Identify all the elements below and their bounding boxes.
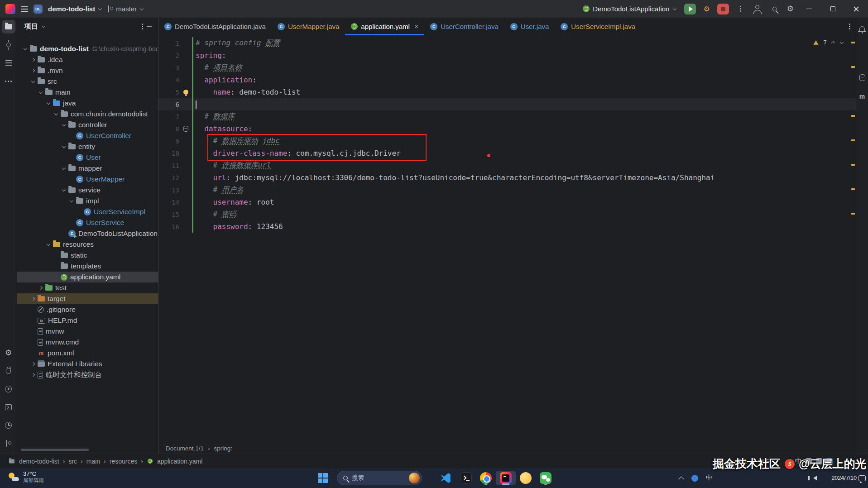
notifications-button[interactable] [855,22,868,35]
line-ending-widget[interactable]: LF [762,458,769,465]
code-line[interactable]: 14 username: root [158,196,856,208]
warning-mark[interactable] [851,42,855,43]
notification-center-button[interactable] [858,468,867,488]
close-button[interactable] [848,0,864,18]
tray-volume-button[interactable] [810,468,820,488]
document-indicator[interactable]: Document 1/1 [166,445,204,452]
stop-button[interactable] [717,4,729,14]
branch-selector[interactable]: master [108,5,144,13]
settings-stripe-button[interactable] [2,346,15,359]
tree-item-idea[interactable]: .idea [17,54,158,65]
tray-clock[interactable]: 2024/7/10 [825,468,857,488]
tab-application-yaml[interactable]: application.yaml× [345,18,424,35]
version-control-tool-window-button[interactable] [2,436,15,450]
start-button[interactable] [318,473,322,478]
tree-item-mvnw[interactable]: mvnw [17,326,158,337]
tree-item-user[interactable]: User [17,152,158,163]
maven-tool-window-button[interactable]: m [855,90,868,103]
chevron-down-icon[interactable] [45,101,52,105]
tree-item-usercontroller[interactable]: UserController [17,130,158,141]
chevron-down-icon[interactable] [60,166,67,171]
debug-tool-window-button[interactable] [2,364,15,378]
maximize-button[interactable] [825,0,841,18]
close-tab-icon[interactable]: × [414,23,418,30]
services-tool-window-button[interactable] [2,382,15,396]
tree-item-resources[interactable]: resources [17,239,158,250]
tree-item-controller[interactable]: controller [17,120,158,130]
chevron-down-icon[interactable] [60,188,67,192]
tray-expand-button[interactable] [676,468,686,488]
tab-usermapper[interactable]: UserMapper.java [272,18,345,35]
tree-item-impl[interactable]: impl [17,196,158,206]
settings-button[interactable] [787,5,794,13]
code-line[interactable]: 5 name: demo-todo-list [158,86,856,98]
code-line[interactable]: 12 url: jdbc:mysql://localhost:3306/demo… [158,172,856,184]
warning-mark[interactable] [851,115,855,117]
caret-position-widget[interactable]: 6:1 [738,458,747,465]
tree-item-service[interactable]: service [17,185,158,196]
warning-mark[interactable] [851,66,855,68]
code-line-current[interactable]: 6 [158,98,856,110]
code-line[interactable]: 2spring: [158,49,856,62]
ime-tool-icon[interactable] [826,458,833,464]
chevron-down-icon[interactable] [45,242,52,247]
next-warning-icon[interactable] [839,40,844,45]
search-everywhere-button[interactable] [770,7,780,11]
chevron-down-icon[interactable] [41,24,46,29]
code-line[interactable]: 7 # 数据库 [158,110,856,123]
hide-panel-button[interactable] [146,26,153,27]
intention-bulb-icon[interactable] [183,90,188,95]
chevron-right-icon[interactable] [29,57,37,62]
chevron-right-icon[interactable] [29,373,37,377]
warning-mark[interactable] [851,164,855,166]
tab-options-button[interactable] [849,26,850,27]
ime-tool-icon[interactable] [806,458,812,464]
tree-item-project-root[interactable]: demo-todo-listG:\chuxin-cs\spring-boot- [17,43,158,54]
debug-settings-icon[interactable] [703,5,710,13]
chevron-down-icon[interactable] [60,144,67,149]
tree-item-scratches[interactable]: 临时文件和控制台 [17,369,158,380]
more-tool-windows-button[interactable] [2,74,15,88]
breadcrumb-node[interactable]: spring: [214,445,233,452]
sogou-input-toolbar[interactable]: 中 [795,457,833,465]
tree-item-mapper[interactable]: mapper [17,163,158,174]
horizontal-scrollbar[interactable] [21,449,89,451]
code-editor[interactable]: 1# spring config 配置 2spring: 3 # 项目名称 4 … [158,35,856,443]
ime-language-indicator[interactable]: 中 [795,457,801,465]
code-line[interactable]: 13 # 用户名 [158,184,856,196]
tree-item-main[interactable]: main [17,87,158,98]
code-line[interactable]: 16 password: 123456 [158,220,856,233]
tray-blue-app-icon[interactable] [690,468,699,488]
taskbar-app-yellow[interactable] [516,471,536,485]
code-line[interactable]: 15 # 密码 [158,208,856,220]
tree-item-external-libraries[interactable]: External Libraries [17,359,158,369]
tree-item-gitignore[interactable]: .gitignore [17,304,158,315]
run-button[interactable] [684,4,696,14]
code-with-me-button[interactable] [753,9,762,9]
tree-item-mvn[interactable]: .mvn [17,65,158,76]
tab-userserviceimpl[interactable]: UserServiceImpl.java [555,18,641,35]
datasource-gutter-icon[interactable] [183,126,188,132]
tree-item-userservice[interactable]: UserService [17,217,158,228]
tree-item-src[interactable]: src [17,76,158,87]
tree-item-static[interactable]: static [17,250,158,261]
chevron-down-icon[interactable] [37,90,44,95]
tree-item-entity[interactable]: entity [17,141,158,152]
tree-item-usermapper[interactable]: UserMapper [17,174,158,185]
taskbar-app-vscode[interactable] [436,471,456,485]
project-tool-window-button[interactable] [2,20,15,33]
code-line[interactable]: 8 datasource: [158,123,856,135]
database-tool-window-button[interactable] [855,71,868,84]
chevron-right-icon[interactable] [37,286,44,290]
chevron-right-icon[interactable] [29,68,37,73]
tree-item-java[interactable]: java [17,98,158,109]
tree-item-pom-xml[interactable]: pom.xml [17,348,158,359]
commit-tool-window-button[interactable] [2,38,15,52]
chevron-down-icon[interactable] [22,47,29,51]
tree-item-test[interactable]: test [17,282,158,293]
tree-item-templates[interactable]: templates [17,261,158,272]
taskbar-search-box[interactable]: 搜索 [337,471,422,485]
chevron-down-icon[interactable] [68,199,75,203]
code-line[interactable]: 4 application: [158,74,856,86]
tray-ime-indicator[interactable]: 中 [705,468,714,488]
